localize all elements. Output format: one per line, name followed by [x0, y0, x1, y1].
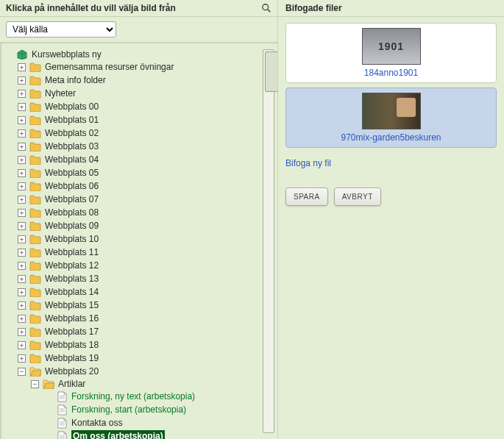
- right-panel-title: Bifogade filer: [285, 3, 342, 13]
- tree-folder-label[interactable]: Webbplats 01: [45, 114, 99, 126]
- expand-toggle[interactable]: +: [18, 196, 26, 204]
- expand-toggle[interactable]: +: [18, 262, 26, 270]
- folder-icon: [29, 141, 41, 151]
- file-thumbnail: 1901: [362, 28, 421, 65]
- tree-folder-label[interactable]: Webbplats 11: [45, 246, 99, 258]
- tree-folder-label[interactable]: Gemensamma resurser övningar: [45, 61, 174, 73]
- tree-folder-label[interactable]: Webbplats 20: [45, 365, 99, 377]
- tree-root-label[interactable]: Kurswebbplats ny: [32, 49, 102, 60]
- expand-toggle[interactable]: +: [18, 156, 26, 164]
- tree-folder-label[interactable]: Webbplats 03: [45, 140, 99, 152]
- expand-toggle[interactable]: +: [18, 129, 26, 138]
- expand-toggle[interactable]: +: [18, 209, 26, 217]
- folder-icon: [29, 300, 41, 310]
- tree-folder-label[interactable]: Webbplats 09: [45, 220, 99, 232]
- folder-icon: [29, 287, 41, 297]
- tree-folder-label[interactable]: Webbplats 13: [45, 273, 99, 285]
- tree-folder-label[interactable]: Webbplats 16: [45, 313, 99, 324]
- folder-icon: [29, 115, 41, 125]
- source-select[interactable]: Välj källa: [6, 21, 116, 38]
- attach-new-file-link[interactable]: Bifoga ny fil: [278, 152, 504, 180]
- document-icon: [56, 431, 68, 439]
- tree-folder-label[interactable]: Webbplats 12: [45, 260, 99, 271]
- site-icon: [16, 49, 28, 60]
- expand-toggle[interactable]: +: [18, 182, 26, 190]
- folder-icon: [29, 101, 41, 112]
- tree-document-label[interactable]: Om oss (arbetskopia): [71, 430, 165, 439]
- tree-folder-label[interactable]: Webbplats 08: [45, 207, 99, 218]
- folder-icon: [29, 154, 41, 165]
- file-name-link[interactable]: 970mix-garden5beskuren: [341, 132, 441, 143]
- expand-toggle[interactable]: +: [18, 301, 26, 310]
- tree-document-label[interactable]: Kontakta oss: [71, 417, 122, 429]
- folder-icon: [29, 207, 41, 218]
- tree-folder-label[interactable]: Webbplats 06: [45, 180, 99, 192]
- attached-files-list: 1901 184anno1901 970mix-garden5beskuren: [278, 17, 504, 152]
- expand-toggle[interactable]: +: [18, 76, 26, 85]
- document-icon: [56, 418, 68, 428]
- attached-file[interactable]: 970mix-garden5beskuren: [285, 88, 497, 148]
- svg-point-0: [263, 4, 269, 10]
- tree-folder-label[interactable]: Webbplats 19: [45, 352, 99, 364]
- folder-icon: [29, 75, 41, 85]
- document-icon: [56, 404, 68, 415]
- folder-icon: [29, 88, 41, 99]
- folder-icon: [29, 181, 41, 191]
- expand-toggle[interactable]: +: [18, 235, 26, 243]
- tree-panel: +Kurswebbplats ny+Gemensamma resurser öv…: [0, 42, 277, 439]
- tree-folder-label[interactable]: Webbplats 05: [45, 167, 99, 179]
- expand-toggle[interactable]: +: [18, 222, 26, 230]
- tree-folder-label[interactable]: Meta info folder: [45, 74, 106, 86]
- cancel-button[interactable]: AVBRYT: [334, 188, 381, 206]
- save-button[interactable]: SPARA: [285, 188, 328, 206]
- expand-toggle[interactable]: +: [18, 90, 26, 98]
- tree-folder-label[interactable]: Nyheter: [45, 88, 76, 99]
- folder-icon: [29, 274, 41, 284]
- button-row: SPARA AVBRYT: [278, 180, 504, 213]
- tree-document-label[interactable]: Forskning, start (arbetskopia): [71, 404, 186, 415]
- expand-toggle[interactable]: −: [31, 380, 39, 388]
- source-select-row: Välj källa: [0, 17, 277, 42]
- tree-folder-label[interactable]: Webbplats 07: [45, 193, 99, 205]
- tree-folder-label[interactable]: Webbplats 17: [45, 326, 99, 338]
- expand-toggle[interactable]: +: [18, 169, 26, 177]
- file-name-link[interactable]: 184anno1901: [364, 68, 418, 78]
- tree-folder-label[interactable]: Webbplats 10: [45, 233, 99, 245]
- svg-line-1: [268, 10, 271, 13]
- folder-icon: [29, 340, 41, 350]
- attached-file[interactable]: 1901 184anno1901: [285, 23, 497, 83]
- tree-folder-label[interactable]: Webbplats 15: [45, 299, 99, 311]
- right-panel-header: Bifogade filer: [278, 0, 504, 17]
- folder-icon: [29, 128, 41, 138]
- tree-folder-label[interactable]: Webbplats 00: [45, 101, 99, 113]
- tree-folder-label[interactable]: Webbplats 04: [45, 154, 99, 165]
- folder-icon: [29, 234, 41, 244]
- expand-toggle[interactable]: +: [18, 143, 26, 151]
- search-icon[interactable]: [261, 3, 271, 13]
- expand-toggle[interactable]: +: [18, 315, 26, 323]
- expand-toggle[interactable]: +: [18, 63, 26, 71]
- document-icon: [56, 391, 68, 401]
- expand-toggle[interactable]: +: [18, 103, 26, 111]
- folder-open-icon: [43, 379, 54, 389]
- expand-toggle[interactable]: +: [18, 341, 26, 349]
- left-panel-header: Klicka på innehållet du vill välja bild …: [0, 0, 277, 17]
- tree-folder-label[interactable]: Webbplats 14: [45, 286, 99, 298]
- expand-toggle[interactable]: −: [18, 368, 26, 376]
- tree-folder-label[interactable]: Webbplats 18: [45, 339, 99, 351]
- tree-folder-label[interactable]: Webbplats 02: [45, 127, 99, 139]
- expand-toggle[interactable]: +: [18, 328, 26, 336]
- tree-folder-label[interactable]: Artiklar: [58, 378, 85, 390]
- folder-icon: [29, 247, 41, 257]
- tree-scrollbar[interactable]: [263, 49, 274, 433]
- left-panel-title: Klicka på innehållet du vill välja bild …: [6, 3, 176, 13]
- expand-toggle[interactable]: +: [18, 116, 26, 124]
- expand-toggle[interactable]: +: [18, 275, 26, 283]
- expand-toggle[interactable]: +: [18, 249, 26, 257]
- tree-document-label[interactable]: Forskning, ny text (arbetskopia): [71, 390, 195, 402]
- folder-icon: [29, 260, 41, 271]
- expand-toggle[interactable]: +: [18, 354, 26, 363]
- tree-scroll-thumb[interactable]: [265, 51, 277, 92]
- folder-icon: [29, 194, 41, 204]
- expand-toggle[interactable]: +: [18, 288, 26, 296]
